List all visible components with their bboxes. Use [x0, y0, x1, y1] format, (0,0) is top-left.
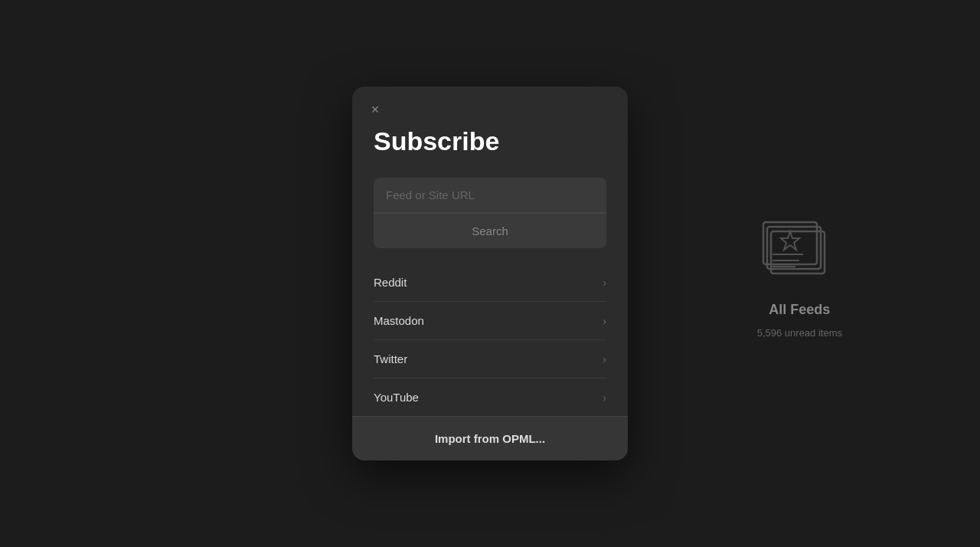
chevron-icon-mastodon: ›	[603, 315, 606, 327]
source-label-youtube: YouTube	[374, 391, 419, 404]
modal-title: Subscribe	[374, 126, 606, 156]
source-label-twitter: Twitter	[374, 352, 407, 365]
url-input[interactable]	[374, 178, 606, 213]
source-list: Reddit › Mastodon › Twitter › YouTube ›	[374, 264, 606, 416]
chevron-icon-twitter: ›	[603, 353, 606, 365]
url-input-group: Search	[374, 178, 606, 248]
modal-content: Subscribe Search Reddit › Mastodon › Twi…	[352, 87, 628, 416]
source-item-reddit[interactable]: Reddit ›	[374, 264, 606, 302]
chevron-icon-youtube: ›	[603, 391, 606, 404]
close-button[interactable]: ×	[364, 99, 386, 120]
import-opml-button[interactable]: Import from OPML...	[352, 416, 628, 460]
modal-overlay: × Subscribe Search Reddit › Mastodon › T…	[0, 0, 980, 547]
source-item-twitter[interactable]: Twitter ›	[374, 340, 606, 378]
source-item-youtube[interactable]: YouTube ›	[374, 378, 606, 416]
source-item-mastodon[interactable]: Mastodon ›	[374, 302, 606, 340]
subscribe-modal: × Subscribe Search Reddit › Mastodon › T…	[352, 87, 628, 460]
source-label-mastodon: Mastodon	[374, 314, 424, 327]
source-label-reddit: Reddit	[374, 276, 407, 289]
chevron-icon-reddit: ›	[603, 277, 606, 289]
search-button[interactable]: Search	[374, 213, 606, 248]
